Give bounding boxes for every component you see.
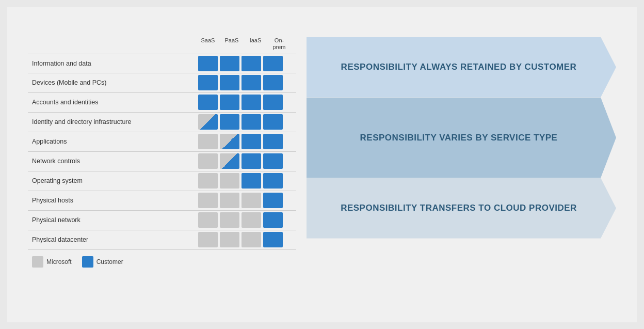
cell-blue: [263, 232, 283, 247]
cell-gray: [220, 212, 239, 228]
arrow-shape-0: RESPONSIBILITY ALWAYS RETAINED BY CUSTOM…: [307, 37, 616, 98]
cell-blue: [263, 114, 283, 130]
cell-gray: [198, 232, 218, 247]
col-header: PaaS: [222, 37, 242, 51]
cell-blue: [220, 75, 239, 90]
table-row: Physical datacenter: [28, 230, 296, 250]
legend-item-microsoft: Microsoft: [32, 256, 72, 268]
legend-label: Microsoft: [46, 258, 72, 265]
cell-blue: [198, 95, 218, 110]
table-row: Physical network: [28, 211, 296, 230]
cell-half-blue-tr: [220, 153, 239, 169]
cell-blue: [198, 75, 218, 90]
cell-blue: [198, 56, 218, 71]
row-cells: [198, 75, 283, 90]
cell-blue: [263, 153, 283, 169]
table-row: Accounts and identities: [28, 93, 296, 113]
cell-gray: [198, 153, 218, 169]
cell-half-blue-tr: [198, 114, 218, 130]
cell-blue: [242, 173, 261, 189]
arrow-shape-2: RESPONSIBILITY TRANSFERS TO CLOUD PROVID…: [307, 178, 616, 239]
cell-blue: [242, 153, 261, 169]
cell-half-blue-tr: [220, 134, 239, 149]
row-label: Applications: [28, 138, 198, 145]
cell-blue: [242, 75, 261, 90]
row-cells: [198, 173, 283, 189]
cell-gray: [242, 193, 261, 208]
arrow-text-0: RESPONSIBILITY ALWAYS RETAINED BY CUSTOM…: [341, 62, 577, 72]
table-row: Identity and directory infrastructure: [28, 113, 296, 132]
row-label: Network controls: [28, 158, 198, 165]
row-label: Physical hosts: [28, 197, 198, 204]
cell-blue: [263, 212, 283, 228]
cell-blue: [263, 134, 283, 149]
arrow-block-1: RESPONSIBILITY VARIES BY SERVICE TYPE: [307, 98, 616, 178]
cell-gray: [242, 212, 261, 228]
row-label: Identity and directory infrastructure: [28, 118, 198, 126]
col-header: On-prem: [269, 37, 289, 51]
cell-blue: [242, 134, 261, 149]
table-row: Information and data: [28, 54, 296, 73]
cell-blue: [220, 95, 239, 110]
row-cells: [198, 212, 283, 228]
row-label: Devices (Mobile and PCs): [28, 79, 198, 86]
cell-gray: [220, 173, 239, 189]
arrow-block-2: RESPONSIBILITY TRANSFERS TO CLOUD PROVID…: [307, 178, 616, 239]
row-cells: [198, 134, 283, 149]
cell-blue: [263, 56, 283, 71]
col-header: SaaS: [198, 37, 218, 51]
table-section: SaaSPaaSIaaSOn-prem Information and data…: [28, 37, 296, 250]
arrow-text-1: RESPONSIBILITY VARIES BY SERVICE TYPE: [360, 133, 558, 143]
cell-gray: [198, 173, 218, 189]
legend-swatch-blue: [82, 256, 93, 268]
row-label: Information and data: [28, 60, 198, 67]
col-header: IaaS: [246, 37, 265, 51]
cell-blue: [242, 114, 261, 130]
row-label: Physical datacenter: [28, 236, 198, 243]
legend: MicrosoftCustomer: [28, 256, 616, 268]
table-row: Network controls: [28, 152, 296, 171]
arrows-section: RESPONSIBILITY ALWAYS RETAINED BY CUSTOM…: [296, 37, 616, 250]
legend-label: Customer: [96, 258, 123, 265]
table-row: Physical hosts: [28, 191, 296, 211]
legend-item-customer: Customer: [82, 256, 123, 268]
cell-gray: [242, 232, 261, 247]
cell-gray: [220, 232, 239, 247]
content-area: SaaSPaaSIaaSOn-prem Information and data…: [28, 37, 616, 250]
cell-blue: [220, 114, 239, 130]
cell-blue: [263, 75, 283, 90]
legend-swatch-gray: [32, 256, 43, 268]
row-label: Accounts and identities: [28, 99, 198, 106]
row-cells: [198, 232, 283, 247]
cell-blue: [263, 193, 283, 208]
arrow-shape-1: RESPONSIBILITY VARIES BY SERVICE TYPE: [307, 98, 616, 178]
row-cells: [198, 114, 283, 130]
cell-blue: [263, 173, 283, 189]
arrow-text-2: RESPONSIBILITY TRANSFERS TO CLOUD PROVID…: [341, 203, 577, 213]
cell-blue: [242, 56, 261, 71]
row-label: Physical network: [28, 216, 198, 224]
table-row: Devices (Mobile and PCs): [28, 73, 296, 93]
cell-gray: [198, 193, 218, 208]
cell-blue: [220, 56, 239, 71]
row-cells: [198, 56, 283, 71]
col-headers: SaaSPaaSIaaSOn-prem: [198, 37, 291, 51]
cell-gray: [198, 134, 218, 149]
arrow-block-0: RESPONSIBILITY ALWAYS RETAINED BY CUSTOM…: [307, 37, 616, 98]
table-rows: Information and dataDevices (Mobile and …: [28, 54, 296, 250]
cell-blue: [242, 95, 261, 110]
cell-blue: [263, 95, 283, 110]
row-cells: [198, 95, 283, 110]
row-cells: [198, 193, 283, 208]
cell-gray: [220, 193, 239, 208]
row-label: Operating system: [28, 177, 198, 184]
table-row: Applications: [28, 132, 296, 152]
table-row: Operating system: [28, 171, 296, 191]
cell-gray: [198, 212, 218, 228]
slide: SaaSPaaSIaaSOn-prem Information and data…: [7, 7, 637, 322]
row-cells: [198, 153, 283, 169]
